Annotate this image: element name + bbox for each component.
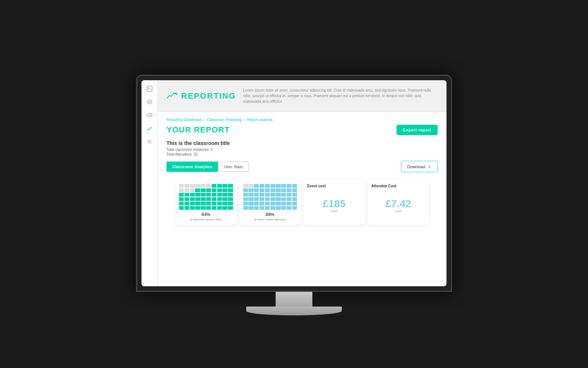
grid-cell (270, 193, 275, 197)
breadcrumb: Reporting Dashboard › Classroom Reportin… (166, 118, 438, 122)
grid-cell (270, 188, 275, 192)
grid-cell (243, 197, 248, 201)
grid-cell (265, 197, 270, 201)
grid-cell (206, 188, 211, 192)
grid-cell (195, 202, 200, 205)
sidebar-icon-gamepad[interactable] (146, 111, 154, 119)
classroom-instances: Total classroom instances: 2 (166, 148, 438, 152)
grid-cell (292, 193, 297, 197)
grid-cell (217, 193, 222, 197)
grid-cell (217, 206, 222, 210)
grid-cell (254, 202, 259, 205)
grid-cell (248, 202, 253, 205)
grid-cell (217, 197, 222, 201)
grid-cell (281, 206, 286, 210)
grid-cell (201, 193, 205, 197)
grid-cell (195, 193, 200, 197)
sidebar-icon-chart[interactable] (146, 124, 154, 132)
grid-cell (217, 202, 222, 205)
grid-cell (228, 188, 233, 192)
card-users-invited: 88% of users invited attended (240, 180, 301, 225)
sidebar-icon-image[interactable] (146, 85, 154, 93)
grid-cell (212, 184, 216, 188)
grid-cell (259, 184, 264, 188)
sidebar-icon-gear[interactable] (146, 138, 154, 146)
grid-cell (265, 193, 270, 197)
grid-cell (190, 193, 195, 197)
grid-cell (265, 184, 270, 188)
grid-cell (270, 197, 275, 201)
grid-cell (222, 206, 227, 210)
grid-cell (292, 197, 297, 201)
grid-cell (248, 188, 253, 192)
card-attendee-spaces: 64% of attendee spaces filled (175, 180, 237, 225)
grid-cell (259, 206, 264, 210)
grid-cell (243, 206, 248, 210)
grid-cell (243, 202, 248, 205)
grid-cell (195, 206, 200, 210)
breadcrumb-reporting-dashboard[interactable]: Reporting Dashboard (166, 118, 201, 122)
grid-cell (292, 188, 297, 192)
grid-cell (201, 197, 205, 201)
tab-classroom-analytics[interactable]: Classroom Analytics (166, 162, 218, 172)
grid-cell (217, 184, 222, 188)
grid-cell (259, 193, 264, 197)
breadcrumb-classroom-reporting[interactable]: Classroom Reporting (207, 118, 241, 122)
main-content: REPORTING Lorem ipsum dolor sit amet, co… (158, 80, 447, 286)
grid-cell (222, 202, 227, 205)
breadcrumb-sep-2: › (244, 118, 245, 122)
grid-cell (190, 202, 195, 205)
grid-cell (195, 197, 200, 201)
attendee-cost-title: Attendee Cost (372, 184, 397, 188)
users-grid-chart (243, 184, 297, 210)
grid-cell (281, 184, 286, 188)
grid-cell (201, 188, 205, 192)
grid-cell (217, 188, 222, 192)
grid-cell (248, 184, 253, 188)
grid-cell (228, 193, 233, 197)
grid-cell (206, 206, 211, 210)
grid-cell (276, 197, 280, 201)
grid-cell (184, 184, 189, 188)
grid-cell (287, 193, 291, 197)
page-header-row: YOUR REPORT Export report (166, 125, 438, 135)
grid-cell (259, 197, 264, 201)
users-lbl: of users invited attended (254, 218, 286, 221)
export-report-button[interactable]: Export report (397, 125, 438, 135)
grid-cell (190, 184, 195, 188)
grid-cell (179, 193, 184, 197)
in-screen-cards: 64% of attendee spaces filled 88% of use… (166, 177, 438, 229)
grid-cell (276, 193, 280, 197)
tab-user-stats[interactable]: User Stats (218, 162, 248, 172)
grid-cell (206, 197, 211, 201)
grid-cell (254, 193, 259, 197)
attendee-cost-currency: GBP (395, 209, 402, 213)
grid-cell (179, 206, 184, 210)
grid-cell (195, 188, 200, 192)
grid-cell (254, 184, 259, 188)
grid-cell (243, 193, 248, 197)
grid-cell (248, 193, 253, 197)
grid-cell (222, 184, 227, 188)
header-description: Lorem ipsum dolor sit amet, consectetur … (243, 88, 438, 104)
svg-point-1 (148, 87, 149, 88)
grid-cell (287, 202, 291, 205)
download-label: Download (407, 164, 425, 169)
sidebar-icon-layers[interactable] (146, 98, 154, 106)
monitor-stand-base (246, 307, 342, 315)
card-event-cost: Event cost £185 GBP (304, 180, 365, 225)
grid-cell (228, 197, 233, 201)
classroom-title: This is the classroom title (166, 140, 438, 146)
grid-cell (243, 188, 248, 192)
page-content: Reporting Dashboard › Classroom Reportin… (158, 112, 447, 286)
download-icon: ⇓ (427, 164, 431, 169)
grid-cell (276, 188, 280, 192)
grid-cell (184, 188, 189, 192)
grid-cell (248, 197, 253, 201)
breadcrumb-report-analysis[interactable]: Report analysis (247, 118, 273, 122)
header-banner: REPORTING Lorem ipsum dolor sit amet, co… (158, 80, 447, 112)
grid-cell (190, 188, 195, 192)
grid-cell (179, 202, 184, 205)
attendee-pct: 64% (201, 212, 210, 217)
download-button[interactable]: Download ⇓ (401, 161, 438, 172)
